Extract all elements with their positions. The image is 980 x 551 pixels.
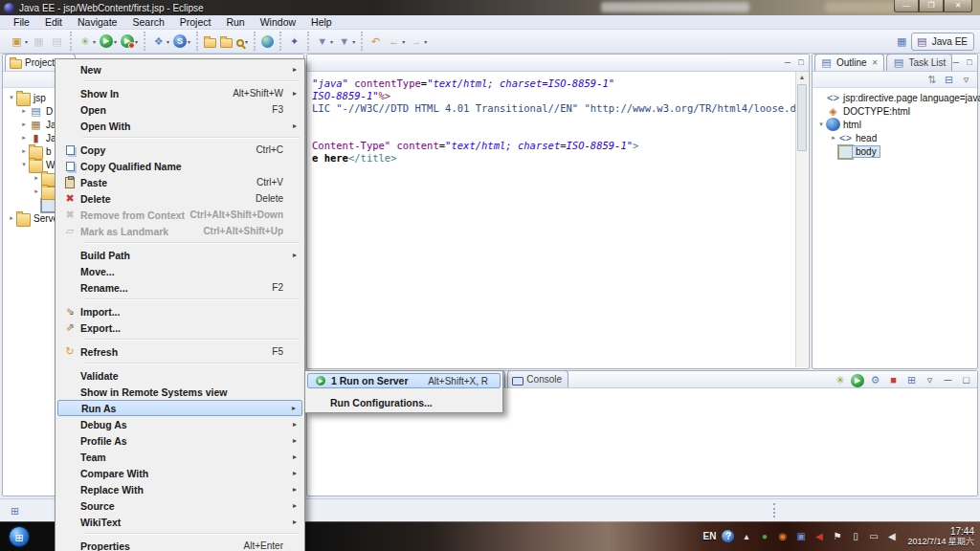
outline-item-head[interactable]: ▸<>head bbox=[813, 131, 977, 144]
menu-item-new[interactable]: New▸ bbox=[57, 61, 302, 77]
web-globe-button[interactable] bbox=[259, 33, 276, 49]
close-window-button[interactable]: ✕ bbox=[944, 0, 972, 12]
menu-run[interactable]: Run bbox=[218, 16, 252, 28]
print-button[interactable]: ▤ bbox=[48, 33, 66, 50]
maximize-view-icon[interactable]: □ bbox=[965, 57, 974, 67]
language-indicator[interactable]: EN bbox=[703, 531, 717, 541]
menu-item-debug-as[interactable]: Debug As▸ bbox=[57, 416, 302, 432]
tab-task-list[interactable]: ▤Task List bbox=[886, 54, 952, 71]
menu-item-copy[interactable]: CopyCtrl+C bbox=[57, 142, 302, 158]
menu-project[interactable]: Project bbox=[172, 16, 219, 28]
open-perspective-button[interactable]: ▦ bbox=[893, 33, 911, 50]
hidden-icons-chevron-icon[interactable]: ▴ bbox=[740, 530, 752, 542]
menu-item-source[interactable]: Source▸ bbox=[57, 497, 302, 514]
tree-twisty-icon[interactable]: ▸ bbox=[19, 121, 29, 128]
remote-tray-icon[interactable]: ▣ bbox=[794, 530, 807, 542]
save-button[interactable]: ▦ bbox=[30, 33, 48, 50]
annotation-prev-button[interactable]: ▼▾ bbox=[335, 33, 357, 50]
maximize-icon[interactable]: □ bbox=[959, 373, 973, 387]
menu-item-compare-with[interactable]: Compare With▸ bbox=[57, 465, 302, 481]
forward-button[interactable]: →▾ bbox=[407, 33, 429, 50]
outline-item-html[interactable]: ▾html bbox=[813, 118, 977, 131]
taskbar-clock[interactable]: 17:442012/7/14 星期六 bbox=[907, 526, 974, 547]
minimize-window-button[interactable]: — bbox=[894, 0, 919, 12]
menu-item-wikitext[interactable]: WikiText▸ bbox=[57, 514, 302, 530]
network-tray-icon[interactable]: ▭ bbox=[867, 530, 880, 542]
statusbar-handle[interactable] bbox=[773, 503, 775, 518]
outline-item-jsp-directive-page-language-java[interactable]: <>jsp:directive.page language=java bbox=[813, 91, 977, 104]
menu-search[interactable]: Search bbox=[124, 16, 171, 28]
menu-item-delete[interactable]: ✖DeleteDelete bbox=[57, 190, 302, 207]
java-ee-wizard-button[interactable]: ✦ bbox=[285, 33, 303, 50]
close-tab-icon[interactable]: ✕ bbox=[872, 58, 879, 67]
collapse-all-icon[interactable]: ⊟ bbox=[942, 73, 956, 87]
menu-file[interactable]: File bbox=[6, 16, 37, 28]
menu-item-show-in[interactable]: Show InAlt+Shift+W▸ bbox=[57, 85, 302, 101]
menu-item-team[interactable]: Team▸ bbox=[57, 449, 302, 465]
menu-navigate[interactable]: Navigate bbox=[70, 16, 124, 28]
update-tray-icon[interactable]: ◉ bbox=[776, 530, 789, 542]
menu-window[interactable]: Window bbox=[253, 16, 303, 28]
volume-tray-icon[interactable]: ◀ bbox=[885, 530, 898, 542]
menu-item-open[interactable]: OpenF3 bbox=[57, 101, 302, 118]
clipboard-tray-icon[interactable]: ▯ bbox=[849, 530, 861, 542]
tree-twisty-icon[interactable]: ▸ bbox=[19, 107, 29, 115]
tree-twisty-icon[interactable]: ▸ bbox=[19, 134, 29, 142]
search-button[interactable]: ▾ bbox=[234, 35, 250, 48]
tree-twisty-icon[interactable]: ▾ bbox=[7, 94, 16, 101]
minimize-icon[interactable]: ─ bbox=[941, 373, 955, 387]
editor-scrollbar[interactable]: ▲ bbox=[795, 72, 808, 367]
submenu-item-run-configurations[interactable]: Run Configurations... bbox=[307, 395, 501, 410]
menu-item-import[interactable]: ⇘Import... bbox=[57, 303, 302, 320]
taskbar-start-button[interactable]: ⊞ bbox=[1, 522, 37, 550]
menu-item-replace-with[interactable]: Replace With▸ bbox=[57, 481, 302, 497]
menu-item-validate[interactable]: Validate bbox=[57, 367, 302, 384]
run-icon[interactable]: ▶ bbox=[851, 374, 864, 387]
scrollbar-thumb[interactable] bbox=[797, 84, 807, 151]
annotation-next-button[interactable]: ▼▾ bbox=[313, 33, 335, 50]
menu-item-properties[interactable]: PropertiesAlt+Enter bbox=[57, 538, 302, 551]
menu-item-build-path[interactable]: Build Path▸ bbox=[57, 247, 302, 263]
launch-icon[interactable]: ⚙ bbox=[868, 373, 882, 387]
restore-window-button[interactable]: ❐ bbox=[919, 0, 944, 12]
mute-tray-icon[interactable]: ◀ bbox=[813, 530, 825, 542]
tab-outline[interactable]: ▤Outline✕ bbox=[814, 54, 884, 71]
action-center-icon[interactable]: ⚑ bbox=[831, 530, 843, 542]
menu-item-copy-qualified-name[interactable]: Copy Qualified Name bbox=[57, 158, 302, 174]
run-external-button[interactable]: ▶▾ bbox=[119, 33, 140, 49]
menu-item-move[interactable]: Move... bbox=[57, 263, 302, 279]
tree-twisty-icon[interactable]: ▸ bbox=[829, 134, 838, 142]
outline-item-body[interactable]: body bbox=[813, 144, 977, 158]
fast-view-icon[interactable]: ⊞ bbox=[8, 504, 22, 518]
back-button[interactable]: ←▾ bbox=[385, 33, 407, 50]
debug-icon[interactable]: ✳ bbox=[833, 373, 847, 387]
minimize-editor-icon[interactable]: ─ bbox=[783, 57, 792, 67]
pin-console-icon[interactable]: ⊞ bbox=[904, 373, 919, 387]
tree-twisty-icon[interactable]: ▸ bbox=[32, 187, 41, 195]
sort-icon[interactable]: ⇅ bbox=[924, 73, 939, 87]
help-tray-icon[interactable]: ? bbox=[722, 530, 734, 542]
scroll-up-arrow-icon[interactable]: ▲ bbox=[796, 72, 808, 83]
menu-item-remove-from-context[interactable]: ✖Remove from ContextCtrl+Alt+Shift+Down bbox=[57, 207, 302, 223]
maximize-editor-icon[interactable]: □ bbox=[796, 57, 806, 67]
java-ee-perspective-button[interactable]: ▤Java EE bbox=[911, 33, 974, 51]
menu-edit[interactable]: Edit bbox=[37, 16, 70, 28]
submenu-item-1-run-on-server[interactable]: ▶1 Run on ServerAlt+Shift+X, R bbox=[307, 373, 501, 388]
view-menu-chevron-icon[interactable]: ▿ bbox=[923, 373, 937, 387]
safety-tray-icon[interactable]: ● bbox=[758, 530, 770, 542]
menu-item-paste[interactable]: PasteCtrl+V bbox=[57, 174, 302, 190]
menu-item-mark-as-landmark[interactable]: ▱Mark as LandmarkCtrl+Alt+Shift+Up bbox=[57, 223, 302, 239]
outline-item-doctype-html[interactable]: ◈DOCTYPE:html bbox=[813, 104, 977, 118]
menu-item-open-with[interactable]: Open With▸ bbox=[57, 118, 302, 134]
minimize-view-icon[interactable]: ─ bbox=[951, 57, 961, 67]
tree-twisty-icon[interactable]: ▾ bbox=[816, 121, 826, 128]
tree-twisty-icon[interactable]: ▸ bbox=[19, 147, 29, 155]
tree-twisty-icon[interactable]: ▾ bbox=[19, 161, 29, 168]
tree-twisty-icon[interactable]: ▸ bbox=[32, 174, 41, 182]
view-menu-chevron-icon[interactable]: ▿ bbox=[959, 73, 973, 87]
menu-item-show-in-remote-systems-view[interactable]: Show in Remote Systems view bbox=[57, 384, 302, 400]
menu-item-profile-as[interactable]: Profile As▸ bbox=[57, 432, 302, 449]
tree-twisty-icon[interactable]: ▸ bbox=[7, 214, 16, 222]
terminate-icon[interactable]: ■ bbox=[886, 373, 901, 387]
run-button[interactable]: ▶▾ bbox=[98, 33, 119, 49]
